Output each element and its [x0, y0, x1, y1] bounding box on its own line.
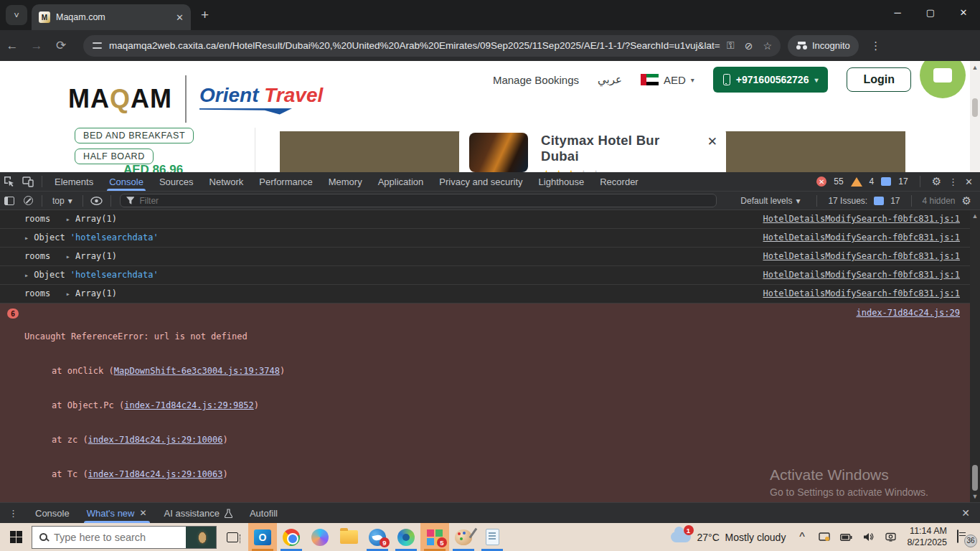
start-button[interactable]: [0, 523, 32, 551]
taskbar-app-edge[interactable]: [392, 523, 420, 551]
tray-expand-icon[interactable]: ^: [796, 532, 808, 542]
notification-center-button[interactable]: 36: [957, 530, 973, 545]
stack-link[interactable]: index-71d84c24.js:29:10063: [88, 469, 223, 479]
map-area[interactable]: Citymax Hotel Bur Dubai ★★★★★ ✕: [280, 131, 905, 172]
volume-icon[interactable]: [862, 532, 875, 542]
tab-elements[interactable]: Elements: [47, 172, 101, 191]
manage-bookings-link[interactable]: Manage Bookings: [493, 74, 579, 86]
devtools-menu-icon[interactable]: ⋮: [948, 176, 958, 187]
source-link[interactable]: index-71d84c24.js:29: [857, 308, 961, 318]
tab-search-button[interactable]: ˅: [6, 5, 27, 25]
tab-close-icon[interactable]: ✕: [176, 12, 184, 23]
filter-input[interactable]: [139, 196, 710, 206]
webcam-icon[interactable]: [885, 532, 897, 542]
device-toolbar-icon[interactable]: [19, 176, 37, 187]
site-settings-icon[interactable]: [92, 40, 103, 51]
reload-icon[interactable]: ⟳: [49, 38, 73, 53]
forward-icon[interactable]: →: [24, 39, 49, 53]
tab-lighthouse[interactable]: Lighthouse: [531, 172, 593, 191]
source-link[interactable]: HotelDetailsModifySearch-f0bfc831.js:1: [763, 214, 960, 224]
window-minimize-button[interactable]: ─: [881, 0, 914, 24]
scroll-up-icon[interactable]: ▲: [970, 64, 980, 71]
search-input[interactable]: [54, 532, 161, 543]
tab-privacy-and-security[interactable]: Privacy and security: [431, 172, 530, 191]
taskbar-app-chrome[interactable]: [277, 523, 306, 551]
search-highlight-image[interactable]: [186, 527, 216, 549]
stack-link[interactable]: index-71d84c24.js:29:10006: [88, 435, 223, 445]
chip-bed-and-breakfast[interactable]: BED AND BREAKFAST: [75, 128, 194, 143]
currency-selector[interactable]: AED ▾: [641, 74, 694, 86]
taskbar-app-thunderbird[interactable]: 9: [363, 523, 392, 551]
tab-application[interactable]: Application: [370, 172, 432, 191]
log-object[interactable]: Object: [34, 270, 65, 280]
scroll-up-icon[interactable]: ▲: [970, 212, 980, 220]
tab-sources[interactable]: Sources: [151, 172, 202, 191]
context-selector[interactable]: top ▾: [47, 196, 78, 206]
stack-link[interactable]: index-71d84c24.js:29:9852: [124, 400, 254, 410]
expand-arrow-icon[interactable]: ▸: [66, 290, 70, 298]
source-link[interactable]: HotelDetailsModifySearch-f0bfc831.js:1: [763, 288, 960, 298]
taskbar-app-notepad[interactable]: [478, 523, 507, 551]
taskbar-app-copilot[interactable]: [306, 523, 334, 551]
login-button[interactable]: Login: [847, 67, 911, 92]
password-key-icon[interactable]: ⚿: [727, 39, 735, 52]
tab-performance[interactable]: Performance: [251, 172, 320, 191]
url-text[interactable]: maqamqa2web.caxita.ca/en/HotelResult/Dub…: [109, 40, 720, 51]
drawer-tab-whats-new[interactable]: What's new ✕: [78, 503, 156, 523]
task-view-button[interactable]: [217, 523, 248, 551]
hotel-name[interactable]: Citymax Hotel Bur Dubai: [541, 133, 694, 164]
source-link[interactable]: HotelDetailsModifySearch-f0bfc831.js:1: [763, 251, 960, 261]
console-settings-icon[interactable]: ⚙: [962, 194, 971, 207]
drawer-close-icon[interactable]: ✕: [961, 507, 980, 519]
drawer-tab-ai-assistance[interactable]: AI assistance: [156, 503, 241, 523]
expand-arrow-icon[interactable]: ▸: [66, 215, 70, 223]
log-object[interactable]: Object: [34, 232, 65, 242]
scroll-thumb[interactable]: [972, 465, 978, 491]
drawer-tab-autofill[interactable]: Autofill: [241, 503, 286, 523]
taskbar-app-explorer[interactable]: [334, 523, 363, 551]
expand-arrow-icon[interactable]: ▸: [66, 253, 70, 260]
expand-arrow-icon[interactable]: ▸: [24, 271, 29, 279]
console-scrollbar[interactable]: ▲ ▼: [970, 210, 980, 502]
filter-field[interactable]: [120, 194, 717, 207]
weather-widget[interactable]: 1 27°C Mostly cloudy: [671, 532, 786, 543]
maqam-logo[interactable]: MAQAM: [68, 84, 172, 114]
taskbar-app-outlook[interactable]: O: [248, 523, 277, 551]
inspect-element-icon[interactable]: [0, 176, 19, 187]
browser-menu-icon[interactable]: ⋮: [867, 39, 885, 52]
browser-tab[interactable]: M Maqam.com ✕: [32, 4, 191, 30]
expand-arrow-icon[interactable]: ▸: [24, 234, 29, 242]
new-tab-button[interactable]: +: [201, 7, 209, 23]
eye-off-icon[interactable]: ⊘: [745, 40, 753, 52]
taskbar-app-tiles[interactable]: 5: [420, 523, 449, 551]
devtools-settings-icon[interactable]: ⚙: [932, 175, 941, 188]
hotel-thumbnail[interactable]: [469, 133, 528, 172]
taskbar-clock[interactable]: 11:14 AM 8/21/2025: [907, 526, 947, 548]
clear-console-icon[interactable]: [19, 196, 37, 205]
console-sidebar-icon[interactable]: [0, 197, 19, 205]
log-value[interactable]: Array(1): [75, 251, 117, 261]
battery-icon[interactable]: [840, 532, 852, 542]
scroll-down-icon[interactable]: ▼: [970, 493, 980, 500]
taskbar-app-paint[interactable]: [449, 523, 478, 551]
live-expression-eye-icon[interactable]: [88, 197, 106, 205]
log-levels-selector[interactable]: Default levels ▾: [735, 196, 806, 206]
popup-close-icon[interactable]: ✕: [707, 134, 717, 172]
address-bar[interactable]: maqamqa2web.caxita.ca/en/HotelResult/Dub…: [83, 35, 781, 57]
source-link[interactable]: HotelDetailsModifySearch-f0bfc831.js:1: [763, 270, 960, 280]
stack-link[interactable]: MapDownShift-6e3c3004.js:19:3748: [114, 366, 280, 376]
drawer-tab-close-icon[interactable]: ✕: [140, 508, 147, 518]
tab-recorder[interactable]: Recorder: [592, 172, 646, 191]
drawer-tab-console[interactable]: Console: [27, 503, 78, 523]
tab-console[interactable]: Console: [101, 172, 151, 191]
cast-icon[interactable]: [818, 532, 830, 542]
window-maximize-button[interactable]: ▢: [914, 0, 947, 24]
log-value[interactable]: Array(1): [75, 214, 117, 224]
back-icon[interactable]: ←: [0, 39, 24, 53]
window-close-button[interactable]: ✕: [947, 0, 980, 24]
scroll-thumb[interactable]: [972, 98, 978, 117]
chip-half-board[interactable]: HALF BOARD: [75, 149, 154, 164]
issues-label[interactable]: 17 Issues:: [828, 196, 867, 206]
taskbar-search[interactable]: [32, 526, 217, 549]
tab-memory[interactable]: Memory: [321, 172, 370, 191]
